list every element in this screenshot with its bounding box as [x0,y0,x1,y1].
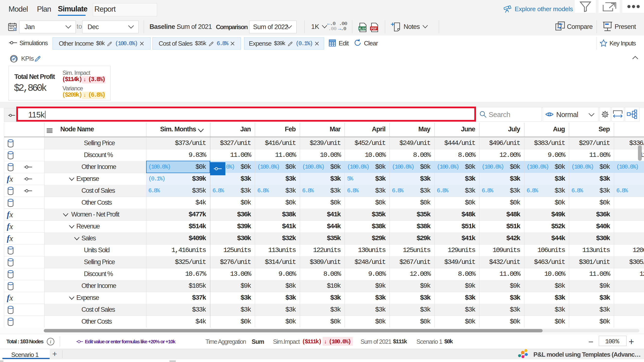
svg-text:PDF: PDF [371,27,377,30]
svg-text:i: i [50,339,51,344]
svg-text:XLSX: XLSX [358,27,366,30]
